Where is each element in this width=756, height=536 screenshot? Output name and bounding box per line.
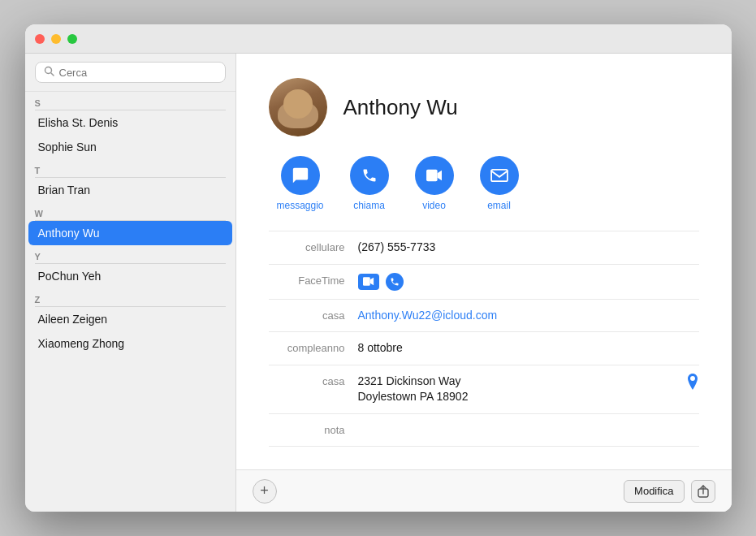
facetime-phone-icon[interactable] <box>386 273 404 291</box>
contact-item[interactable]: Elisha St. Denis <box>28 110 232 135</box>
message-icon <box>281 156 320 195</box>
video-icon <box>415 156 454 195</box>
search-input-wrapper[interactable] <box>35 62 226 83</box>
detail-pane: Anthony Wu messaggiochiamavideoemail cel… <box>236 54 732 512</box>
video-label: video <box>422 200 446 211</box>
action-buttons: messaggiochiamavideoemail <box>269 156 699 211</box>
field-value: 2321 Dickinson Way Doylestown PA 18902 <box>358 374 678 405</box>
call-label: chiama <box>353 200 385 211</box>
svg-rect-3 <box>491 170 508 181</box>
share-button[interactable] <box>691 480 715 503</box>
field-value: 8 ottobre <box>358 340 699 357</box>
search-icon <box>44 66 54 79</box>
field-row-FaceTime: FaceTime <box>269 265 699 300</box>
add-contact-button[interactable]: + <box>253 479 277 504</box>
avatar-image <box>269 78 327 136</box>
bottom-bar: + Modifica <box>236 469 732 512</box>
section-header-w: W <box>25 202 235 220</box>
map-pin-icon[interactable] <box>686 374 699 394</box>
contact-item[interactable]: Xiaomeng Zhong <box>28 331 232 356</box>
email-icon <box>480 156 519 195</box>
field-label: compleanno <box>269 340 358 356</box>
email-label: email <box>487 200 511 211</box>
svg-rect-4 <box>363 277 370 286</box>
contact-header: Anthony Wu <box>269 78 699 136</box>
field-label: FaceTime <box>269 273 358 288</box>
main-window: SElisha St. DenisSophie SunTBrian TranWA… <box>25 24 732 512</box>
field-value[interactable]: (267) 555-7733 <box>358 240 699 256</box>
facetime-icons <box>358 273 404 291</box>
svg-rect-2 <box>426 170 438 181</box>
close-button[interactable] <box>35 34 45 44</box>
bottom-left: + <box>253 479 277 504</box>
section-header-t: T <box>25 159 235 177</box>
action-button-call[interactable]: chiama <box>350 156 389 211</box>
bottom-right: Modifica <box>624 480 715 503</box>
section-header-z: Z <box>25 288 235 306</box>
action-button-email[interactable]: email <box>480 156 519 211</box>
content-area: SElisha St. DenisSophie SunTBrian TranWA… <box>25 54 732 512</box>
call-icon <box>350 156 389 195</box>
field-row-nota: nota <box>269 414 699 447</box>
titlebar <box>25 24 732 54</box>
svg-point-0 <box>45 67 51 74</box>
section-header-y: Y <box>25 245 235 263</box>
field-label: casa <box>269 308 358 323</box>
facetime-video-icon[interactable] <box>358 274 379 290</box>
minimize-button[interactable] <box>51 34 61 44</box>
fields-section: cellulare(267) 555-7733FaceTimecasaAntho… <box>269 231 699 447</box>
address-wrapper: 2321 Dickinson Way Doylestown PA 18902 <box>358 374 699 405</box>
contact-item[interactable]: Brian Tran <box>28 178 232 202</box>
contact-item[interactable]: Aileen Zeigen <box>28 307 232 331</box>
action-button-video[interactable]: video <box>415 156 454 211</box>
contact-item[interactable]: Sophie Sun <box>28 135 232 159</box>
field-row-casa: casa2321 Dickinson Way Doylestown PA 189… <box>269 365 699 414</box>
traffic-lights <box>35 34 77 44</box>
svg-line-1 <box>51 73 54 76</box>
sidebar: SElisha St. DenisSophie SunTBrian TranWA… <box>25 54 236 512</box>
avatar <box>269 78 327 136</box>
section-header-s: S <box>25 92 235 110</box>
search-input[interactable] <box>59 67 217 79</box>
maximize-button[interactable] <box>67 34 77 44</box>
field-row-compleanno: compleanno8 ottobre <box>269 332 699 365</box>
field-value[interactable]: Anthony.Wu22@icloud.com <box>358 308 699 324</box>
detail-content: Anthony Wu messaggiochiamavideoemail cel… <box>236 54 732 469</box>
field-label: cellulare <box>269 240 358 255</box>
contact-name: Anthony Wu <box>343 95 458 120</box>
contact-list: SElisha St. DenisSophie SunTBrian TranWA… <box>25 92 235 512</box>
message-label: messaggio <box>277 200 324 211</box>
action-button-message[interactable]: messaggio <box>277 156 324 211</box>
contact-item[interactable]: Anthony Wu <box>28 221 232 245</box>
field-label: casa <box>269 374 358 389</box>
field-row-casa: casaAnthony.Wu22@icloud.com <box>269 300 699 333</box>
field-row-cellulare: cellulare(267) 555-7733 <box>269 231 699 265</box>
edit-button[interactable]: Modifica <box>624 480 684 503</box>
field-label: nota <box>269 422 358 438</box>
search-bar <box>25 54 235 92</box>
contact-item[interactable]: PoChun Yeh <box>28 264 232 288</box>
